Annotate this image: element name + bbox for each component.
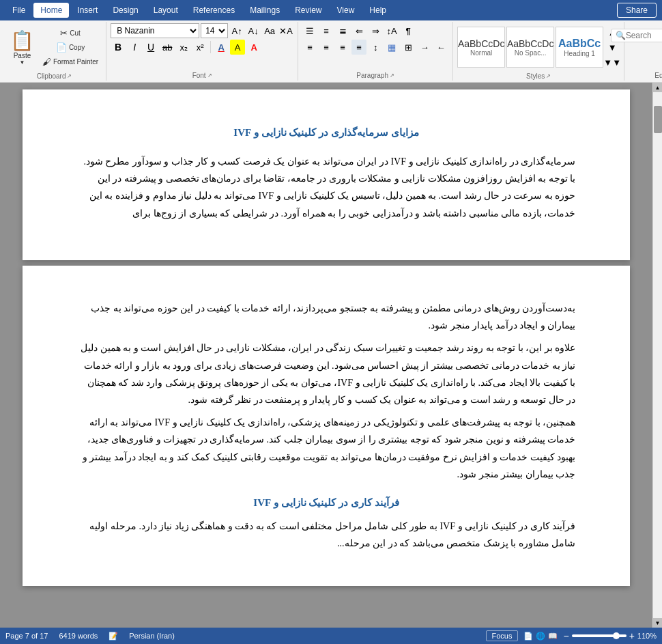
superscript-button[interactable]: x² bbox=[192, 40, 207, 55]
document-page-2: به‌دست‌آوردن روش‌های درمانی مطمئن و پیشر… bbox=[23, 266, 630, 586]
styles-expand[interactable]: ↗ bbox=[546, 73, 551, 79]
cut-button[interactable]: ✂ Cut bbox=[39, 26, 102, 40]
shrink-font-button[interactable]: A↓ bbox=[246, 23, 261, 38]
style-nospace[interactable]: AaBbCcDc No Spac... bbox=[506, 27, 554, 68]
language-info[interactable]: Persian (Iran) bbox=[129, 632, 175, 640]
menu-bar: File Home Insert Design Layout Reference… bbox=[0, 0, 662, 20]
scroll-thumb[interactable] bbox=[654, 106, 662, 133]
shading-button[interactable]: ▦ bbox=[384, 40, 399, 55]
status-bar: Page 7 of 17 6419 words 📝 Persian (Iran)… bbox=[0, 628, 662, 644]
search-input[interactable] bbox=[626, 31, 662, 40]
style-heading1[interactable]: AaBbCc Heading 1 bbox=[556, 27, 603, 68]
ltr-button[interactable]: ← bbox=[433, 40, 448, 55]
page2-section-title: فرآیند کاری در کلینیک نازایی و IVF bbox=[77, 494, 575, 512]
show-formatting-button[interactable]: ¶ bbox=[401, 23, 416, 38]
page-number-label: Page 7 of 17 bbox=[5, 632, 48, 640]
document-page-1: مزایای سرمایه‌گذاری در کلینیک نازایی و I… bbox=[23, 89, 630, 260]
sort-button[interactable]: ↕A bbox=[384, 23, 399, 38]
font-size-select[interactable]: 14 bbox=[201, 23, 228, 38]
align-right-button[interactable]: ≡ bbox=[335, 40, 350, 55]
line-spacing-button[interactable]: ↕ bbox=[368, 40, 383, 55]
menu-design[interactable]: Design bbox=[106, 3, 145, 18]
menu-view[interactable]: View bbox=[330, 3, 362, 18]
clipboard-label: Clipboard bbox=[37, 72, 66, 80]
scroll-up-button[interactable]: ▲ bbox=[653, 83, 663, 92]
menu-help[interactable]: Help bbox=[362, 3, 393, 18]
zoom-level-label[interactable]: 110% bbox=[637, 632, 657, 640]
styles-list: AaBbCcDc Normal AaBbCcDc No Spac... AaBb… bbox=[457, 23, 620, 71]
menu-review[interactable]: Review bbox=[288, 3, 328, 18]
view-print-layout-icon[interactable]: 📄 bbox=[523, 632, 533, 641]
zoom-slider[interactable] bbox=[572, 634, 627, 637]
underline-button[interactable]: U bbox=[143, 40, 158, 55]
align-left-button[interactable]: ≡ bbox=[302, 40, 317, 55]
strikethrough-button[interactable]: ab bbox=[160, 40, 175, 55]
search-icon: 🔍 bbox=[616, 31, 626, 40]
copy-button[interactable]: 📄 Copy bbox=[39, 40, 102, 54]
menu-insert[interactable]: Insert bbox=[70, 3, 104, 18]
numbering-button[interactable]: ≡ bbox=[319, 23, 334, 38]
rtl-button[interactable]: → bbox=[417, 40, 432, 55]
document-area[interactable]: مزایای سرمایه‌گذاری در کلینیک نازایی و I… bbox=[0, 83, 652, 628]
borders-button[interactable]: ⊞ bbox=[401, 40, 416, 55]
scroll-down-button[interactable]: ▼ bbox=[653, 618, 663, 628]
page1-para1: سرمایه‌گذاری در راه‌اندازی کلینیک نازایی… bbox=[77, 153, 575, 222]
proofing-check-icon: 📝 bbox=[109, 632, 118, 641]
menu-mailings[interactable]: Mailings bbox=[243, 3, 287, 18]
text-effects-button[interactable]: A bbox=[214, 40, 229, 55]
menu-file[interactable]: File bbox=[5, 3, 32, 18]
menu-home[interactable]: Home bbox=[33, 3, 69, 18]
zoom-out-button[interactable]: − bbox=[563, 630, 569, 641]
style-normal[interactable]: AaBbCcDc Normal bbox=[457, 27, 505, 68]
language-label: Persian (Iran) bbox=[129, 632, 175, 640]
ribbon: 📋 Paste ▼ ✂ Cut 📄 Copy bbox=[0, 20, 662, 83]
increase-indent-button[interactable]: ⇒ bbox=[368, 23, 383, 38]
multilevel-list-button[interactable]: ≣ bbox=[335, 23, 350, 38]
text-highlight-button[interactable]: A bbox=[230, 40, 245, 55]
view-reader-icon[interactable]: 📖 bbox=[548, 632, 558, 641]
view-web-icon[interactable]: 🌐 bbox=[536, 632, 545, 641]
word-count[interactable]: 6419 words bbox=[59, 632, 98, 640]
italic-button[interactable]: I bbox=[127, 40, 142, 55]
paragraph-label: Paragraph bbox=[356, 72, 388, 79]
bold-button[interactable]: B bbox=[111, 40, 126, 55]
page2-para3: همچنین، با توجه به پیشرفت‌های علمی و تکن… bbox=[77, 414, 575, 483]
editing-group: 🔍 Editing bbox=[624, 22, 662, 81]
styles-group: AaBbCcDc Normal AaBbCcDc No Spac... AaBb… bbox=[453, 22, 624, 81]
align-center-button[interactable]: ≡ bbox=[319, 40, 334, 55]
justify-button[interactable]: ≡ bbox=[351, 40, 366, 55]
page2-para1: به‌دست‌آوردن روش‌های درمانی مطمئن و پیشر… bbox=[77, 300, 575, 334]
subscript-button[interactable]: x₂ bbox=[176, 40, 191, 55]
font-expand[interactable]: ↗ bbox=[207, 72, 212, 79]
proofing-icon[interactable]: 📝 bbox=[109, 632, 118, 641]
font-color-button[interactable]: A bbox=[246, 40, 261, 55]
menu-layout[interactable]: Layout bbox=[147, 3, 185, 18]
menu-references[interactable]: References bbox=[186, 3, 242, 18]
decrease-indent-button[interactable]: ⇐ bbox=[351, 23, 366, 38]
styles-label: Styles bbox=[526, 72, 545, 80]
clipboard-expand[interactable]: ↗ bbox=[67, 73, 72, 79]
paste-button[interactable]: 📋 Paste ▼ bbox=[7, 23, 38, 71]
paragraph-group: ☰ ≡ ≣ ⇐ ⇒ ↕A ¶ ≡ ≡ ≡ ≡ ↕ bbox=[298, 22, 453, 81]
vertical-scrollbar[interactable]: ▲ ▼ bbox=[652, 83, 662, 628]
bullets-button[interactable]: ☰ bbox=[302, 23, 317, 38]
change-case-button[interactable]: Aa bbox=[262, 23, 277, 38]
page-info: Page 7 of 17 bbox=[5, 632, 48, 640]
grow-font-button[interactable]: A↑ bbox=[229, 23, 244, 38]
font-label: Font bbox=[192, 72, 206, 79]
paragraph-expand[interactable]: ↗ bbox=[390, 72, 394, 79]
font-name-select[interactable]: B Nazanin bbox=[111, 23, 199, 38]
status-right-area: Focus 📄 🌐 📖 − + 110% bbox=[486, 630, 657, 641]
editing-label: Editing bbox=[654, 72, 662, 79]
zoom-in-button[interactable]: + bbox=[629, 630, 635, 641]
clear-formatting-button[interactable]: ✕A bbox=[278, 23, 293, 38]
format-painter-button[interactable]: 🖌 Format Painter bbox=[39, 55, 102, 68]
focus-button[interactable]: Focus bbox=[486, 630, 519, 641]
share-button[interactable]: Share bbox=[617, 3, 657, 18]
word-count-label: 6419 words bbox=[59, 632, 98, 640]
page1-title: مزایای سرمایه‌گذاری در کلینیک نازایی و I… bbox=[77, 124, 575, 142]
clipboard-group: 📋 Paste ▼ ✂ Cut 📄 Copy bbox=[3, 22, 106, 81]
search-box: 🔍 bbox=[611, 29, 662, 42]
font-group: B Nazanin 14 A↑ A↓ Aa ✕A B I U bbox=[106, 22, 298, 81]
page2-section-para: فرآیند کاری در کلینیک نازایی و IVF به طو… bbox=[77, 518, 575, 552]
